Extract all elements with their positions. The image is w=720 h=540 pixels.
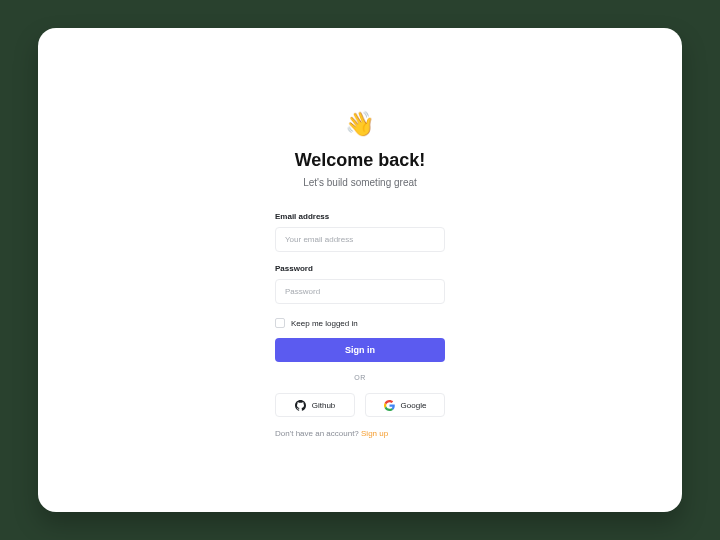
signup-prompt-row: Don't have an account? Sign up [275,429,445,438]
login-card: 👋 Welcome back! Let's build someting gre… [38,28,682,512]
remember-row: Keep me logged in [275,318,445,328]
social-login-row: Github Google [275,393,445,417]
page-stage: 👋 Welcome back! Let's build someting gre… [0,0,720,540]
google-login-button[interactable]: Google [365,393,445,417]
email-input[interactable] [275,227,445,252]
remember-label: Keep me logged in [291,319,358,328]
page-title: Welcome back! [295,150,426,171]
email-field-group: Email address [275,212,445,252]
github-button-label: Github [312,401,336,410]
google-icon [384,400,395,411]
password-label: Password [275,264,445,273]
github-login-button[interactable]: Github [275,393,355,417]
email-label: Email address [275,212,445,221]
or-text: OR [354,374,366,381]
sign-in-button[interactable]: Sign in [275,338,445,362]
login-form: Email address Password Keep me logged in… [275,212,445,438]
remember-checkbox[interactable] [275,318,285,328]
password-input[interactable] [275,279,445,304]
google-button-label: Google [401,401,427,410]
github-icon [295,400,306,411]
or-divider: OR [275,374,445,381]
page-subtitle: Let's build someting great [303,177,417,188]
signup-prompt-text: Don't have an account? [275,429,361,438]
password-field-group: Password [275,264,445,304]
signup-link[interactable]: Sign up [361,429,388,438]
wave-icon: 👋 [345,112,375,136]
